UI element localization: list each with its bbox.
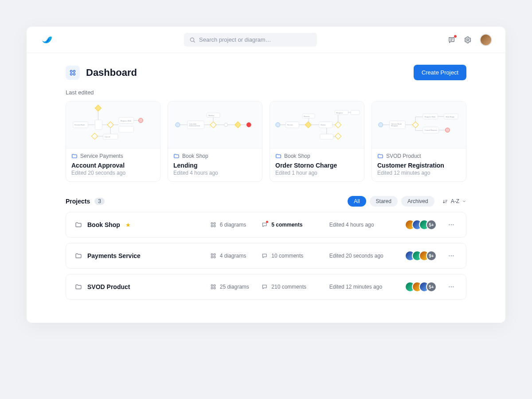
dashboard-icon bbox=[66, 66, 80, 80]
title-left: Dashboard bbox=[66, 66, 137, 80]
svg-rect-73 bbox=[412, 121, 419, 128]
card-folder: Book Shop bbox=[173, 153, 257, 159]
svg-point-111 bbox=[453, 286, 454, 287]
svg-point-4 bbox=[467, 39, 469, 41]
project-comments-cell[interactable]: 5 comments bbox=[262, 222, 329, 228]
diagram-card[interactable]: CalculateDisbursement Review bbox=[168, 101, 262, 182]
sort-selector[interactable]: A-Z bbox=[442, 198, 466, 204]
chevron-down-icon bbox=[462, 199, 466, 203]
search-bar[interactable] bbox=[184, 33, 317, 47]
svg-rect-14 bbox=[95, 120, 102, 130]
folder-icon bbox=[75, 252, 82, 259]
svg-point-5 bbox=[70, 70, 72, 72]
project-name-cell: Book Shop ★ bbox=[75, 221, 210, 228]
project-diagrams-cell: 25 diagrams bbox=[210, 284, 262, 290]
search-icon bbox=[189, 37, 196, 43]
svg-rect-16 bbox=[107, 121, 113, 128]
project-comments-cell[interactable]: 10 comments bbox=[262, 253, 329, 259]
project-name: Book Shop bbox=[87, 221, 120, 228]
card-title: Lending bbox=[173, 162, 257, 169]
project-edited: Edited 12 minutes ago bbox=[329, 284, 405, 290]
filter-archived[interactable]: Archived bbox=[401, 196, 434, 207]
project-members[interactable]: 5+ bbox=[405, 219, 446, 230]
svg-rect-94 bbox=[214, 225, 215, 227]
svg-text:Service Bank: Service Bank bbox=[74, 124, 85, 126]
project-menu-button[interactable] bbox=[446, 221, 457, 229]
project-edited: Edited 4 hours ago bbox=[329, 222, 405, 228]
svg-rect-60 bbox=[335, 121, 341, 128]
svg-rect-12 bbox=[95, 105, 101, 111]
project-comments: 210 comments bbox=[271, 284, 306, 290]
svg-rect-99 bbox=[214, 254, 215, 255]
projects-title-wrap: Projects 3 bbox=[66, 198, 105, 205]
projects-header: Projects 3 All Stared Archived A-Z bbox=[66, 196, 466, 207]
star-icon[interactable]: ★ bbox=[125, 222, 131, 228]
project-members[interactable]: 9+ bbox=[405, 250, 446, 261]
project-row[interactable]: Book Shop ★ 6 diagrams 5 comments Edited… bbox=[66, 212, 466, 238]
project-comments: 5 comments bbox=[271, 222, 302, 228]
project-comments-cell[interactable]: 210 comments bbox=[262, 284, 329, 290]
svg-rect-107 bbox=[211, 287, 213, 289]
header-actions bbox=[448, 34, 492, 46]
folder-icon bbox=[71, 153, 78, 159]
card-edited: Edited 4 hours ago bbox=[173, 170, 257, 176]
notification-dot bbox=[454, 35, 457, 38]
svg-text:Review: Review bbox=[208, 114, 214, 117]
member-more-badge: 9+ bbox=[426, 250, 437, 261]
card-folder: Book Shop bbox=[275, 153, 359, 159]
card-folder-name: Book Shop bbox=[182, 153, 208, 159]
svg-text:Request Held: Request Held bbox=[121, 120, 131, 122]
search-container bbox=[60, 33, 441, 47]
svg-rect-98 bbox=[211, 254, 213, 255]
filter-stared[interactable]: Stared bbox=[370, 196, 398, 207]
project-menu-button[interactable] bbox=[446, 252, 457, 260]
header bbox=[27, 27, 505, 53]
svg-rect-41 bbox=[235, 121, 241, 128]
member-more-badge: 5+ bbox=[426, 219, 437, 230]
folder-icon bbox=[377, 153, 383, 159]
user-avatar[interactable] bbox=[480, 34, 492, 46]
filter-all[interactable]: All bbox=[348, 196, 366, 207]
svg-text:Storno: Storno bbox=[321, 124, 326, 126]
project-name-cell: SVOD Product bbox=[75, 283, 210, 290]
project-members[interactable]: 5+ bbox=[405, 282, 446, 292]
card-edited: Edited 20 seconds ago bbox=[71, 170, 155, 176]
project-diagrams: 25 diagrams bbox=[220, 284, 249, 290]
sort-label: A-Z bbox=[451, 198, 459, 204]
svg-text:Disbursement: Disbursement bbox=[189, 125, 200, 127]
svg-text:Request Held: Request Held bbox=[425, 116, 435, 118]
notifications-button[interactable] bbox=[448, 36, 456, 44]
svg-text:Held Reply: Held Reply bbox=[446, 116, 454, 118]
grid-icon bbox=[210, 284, 216, 290]
svg-point-28 bbox=[176, 123, 180, 127]
member-more-badge: 5+ bbox=[426, 282, 437, 292]
card-title: Order Storno Charge bbox=[275, 162, 359, 169]
project-row[interactable]: SVOD Product 25 diagrams 210 comments Ed… bbox=[66, 274, 466, 300]
svg-point-97 bbox=[453, 224, 454, 225]
search-input[interactable] bbox=[199, 36, 312, 43]
svg-point-109 bbox=[449, 286, 450, 287]
sort-icon bbox=[442, 199, 448, 204]
project-name-cell: Payments Service bbox=[75, 252, 210, 259]
diagram-card[interactable]: Service Review Storno Request bbox=[270, 101, 364, 182]
folder-icon bbox=[275, 153, 282, 159]
last-edited-label: Last edited bbox=[66, 89, 466, 96]
diagram-card[interactable]: Service BankRequest Request Held Held Re… bbox=[372, 101, 466, 182]
card-meta: Book Shop Lending Edited 4 hours ago bbox=[168, 149, 262, 181]
project-diagrams: 4 diagrams bbox=[220, 253, 246, 259]
project-row[interactable]: Payments Service 4 diagrams 10 comments … bbox=[66, 243, 466, 269]
svg-text:Request: Request bbox=[336, 112, 344, 114]
create-project-button[interactable]: Create Project bbox=[414, 65, 466, 80]
svg-point-43 bbox=[246, 123, 251, 127]
settings-button[interactable] bbox=[464, 36, 472, 44]
svg-rect-49 bbox=[305, 121, 311, 128]
folder-icon bbox=[173, 153, 180, 159]
title-row: Dashboard Create Project bbox=[66, 65, 466, 80]
svg-rect-64 bbox=[335, 133, 341, 139]
grid-icon bbox=[210, 253, 216, 259]
app-logo[interactable] bbox=[40, 33, 53, 47]
svg-text:Request: Request bbox=[391, 125, 399, 127]
project-menu-button[interactable] bbox=[446, 283, 457, 291]
diagram-card[interactable]: Service Bank Request Held Cancel bbox=[66, 101, 160, 182]
project-diagrams: 6 diagrams bbox=[220, 222, 246, 228]
